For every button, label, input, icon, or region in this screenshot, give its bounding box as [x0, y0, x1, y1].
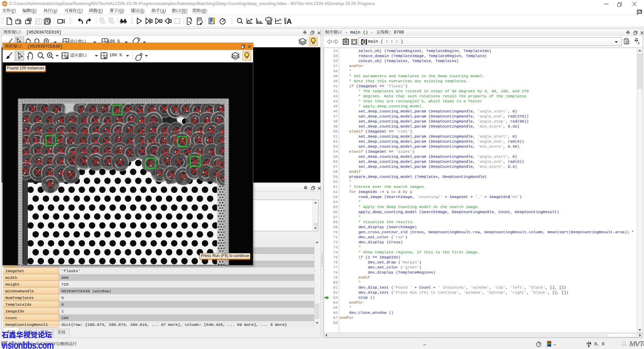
svg-text:c: c	[590, 343, 592, 345]
svg-text:Ex: Ex	[29, 18, 32, 21]
svg-text:A: A	[286, 17, 292, 26]
svg-text:R: R	[588, 345, 590, 348]
